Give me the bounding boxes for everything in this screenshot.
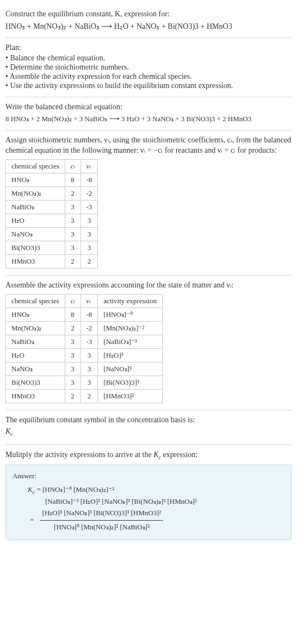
table-row: H₂O33[H₂O]³ (6, 348, 163, 362)
fraction-numerator: [H₂O]³ [NaNO₃]³ [Bi(NO3)3]³ [HMnO3]² (40, 508, 164, 521)
cell-activity: [HMnO3]² (98, 389, 163, 403)
cell-ci: 2 (65, 389, 81, 403)
balanced-section: Write the balanced chemical equation: 8 … (5, 97, 292, 130)
col-species: chemical species (6, 159, 65, 173)
table-row: Bi(NO3)333[Bi(NO3)3]³ (6, 376, 163, 389)
answer-line2: [NaBiO₃]⁻³ [H₂O]³ [NaNO₃]³ [Bi(NO₃)₃]³ [… (45, 496, 284, 508)
cell-species: HMnO3 (6, 389, 65, 403)
cell-vi: -3 (81, 335, 98, 348)
cell-species: Bi(NO3)3 (6, 376, 65, 389)
cell-ci: 2 (65, 321, 81, 335)
table-row: NaBiO₃3-3[NaBiO₃]⁻³ (6, 335, 163, 348)
stoich-table: chemical species cᵢ νᵢ HNO₃8-8 Mn(NO₃)₂2… (5, 159, 98, 268)
cell-ci: 2 (65, 254, 81, 268)
cell-species: HMnO3 (6, 254, 65, 268)
col-ci: cᵢ (65, 159, 81, 173)
cell-activity: [H₂O]³ (98, 348, 163, 362)
cell-ci: 3 (65, 335, 81, 348)
plan-section: Plan: • Balance the chemical equation. •… (5, 38, 292, 98)
kc-symbol-line1: The equilibrium constant symbol in the c… (5, 415, 292, 426)
cell-species: NaNO₃ (6, 362, 65, 376)
cell-species: NaBiO₃ (6, 335, 65, 348)
cell-vi: -3 (81, 200, 98, 214)
table-row: HNO₃8-8[HNO₃]⁻⁸ (6, 308, 163, 321)
cell-species: Mn(NO₃)₂ (6, 186, 65, 200)
cell-vi: -2 (81, 321, 98, 335)
cell-ci: 8 (65, 173, 81, 186)
activity-section: Assemble the activity expressions accoun… (5, 276, 292, 410)
intro-equation: HNO₃ + Mn(NO₃)₂ + NaBiO₃ ⟶ H₂O + NaNO₃ +… (5, 22, 292, 31)
plan-item: • Use the activity expressions to build … (5, 82, 292, 90)
multiply-line: Mulitply the activity expressions to arr… (5, 449, 292, 461)
cell-ci: 3 (65, 227, 81, 241)
cell-vi: 3 (81, 214, 98, 227)
table-row: HNO₃8-8 (6, 173, 98, 186)
answer-box: Answer: Kc = K_c = [HNO₃]⁻⁸ [Mn(NO₃)₂]⁻²… (5, 465, 292, 540)
col-vi: νᵢ (81, 159, 98, 173)
intro-line1: Construct the equilibrium constant, K, e… (5, 10, 170, 18)
cell-activity: [Mn(NO₃)₂]⁻² (98, 321, 163, 335)
cell-ci: 3 (65, 376, 81, 389)
cell-ci: 3 (65, 241, 81, 254)
table-row: Bi(NO3)333 (6, 241, 98, 254)
cell-ci: 2 (65, 186, 81, 200)
cell-vi: -8 (81, 173, 98, 186)
balanced-heading: Write the balanced chemical equation: (5, 102, 292, 112)
col-vi: νᵢ (81, 294, 98, 308)
cell-species: H₂O (6, 348, 65, 362)
answer-line1: Kc = K_c = [HNO₃]⁻⁸ [Mn(NO₃)₂]⁻²[HNO₃]⁻⁸… (28, 484, 284, 497)
intro-section: Construct the equilibrium constant, K, e… (5, 4, 292, 38)
cell-species: HNO₃ (6, 308, 65, 321)
activity-table: chemical species cᵢ νᵢ activity expressi… (5, 294, 163, 403)
cell-ci: 3 (65, 200, 81, 214)
table-row: HMnO322 (6, 254, 98, 268)
cell-species: Mn(NO₃)₂ (6, 321, 65, 335)
cell-ci: 3 (65, 362, 81, 376)
cell-activity: [NaBiO₃]⁻³ (98, 335, 163, 348)
intro-text: Construct the equilibrium constant, K, e… (5, 9, 292, 20)
table-header-row: chemical species cᵢ νᵢ (6, 159, 98, 173)
table-row: NaBiO₃3-3 (6, 200, 98, 214)
plan-item: • Balance the chemical equation. (5, 54, 292, 62)
cell-ci: 3 (65, 214, 81, 227)
cell-activity: [HNO₃]⁻⁸ (98, 308, 163, 321)
table-row: H₂O33 (6, 214, 98, 227)
cell-activity: [NaNO₃]³ (98, 362, 163, 376)
plan-item: • Determine the stoichiometric numbers. (5, 63, 292, 72)
cell-activity: [Bi(NO3)3]³ (98, 376, 163, 389)
table-header-row: chemical species cᵢ νᵢ activity expressi… (6, 294, 163, 308)
activity-intro: Assemble the activity expressions accoun… (5, 280, 292, 291)
table-row: NaNO₃33 (6, 227, 98, 241)
cell-vi: 3 (81, 227, 98, 241)
kc-symbol-value: Kc (5, 426, 292, 438)
cell-ci: 3 (65, 348, 81, 362)
cell-vi: -8 (81, 308, 98, 321)
plan-list: • Balance the chemical equation. • Deter… (5, 54, 292, 90)
cell-species: HNO₃ (6, 173, 65, 186)
plan-item: • Assemble the activity expression for e… (5, 72, 292, 81)
kc-symbol-section: The equilibrium constant symbol in the c… (5, 410, 292, 445)
plan-heading: Plan: (5, 42, 292, 53)
cell-vi: 3 (81, 362, 98, 376)
cell-vi: 2 (81, 254, 98, 268)
cell-vi: 2 (81, 389, 98, 403)
table-row: HMnO322[HMnO3]² (6, 389, 163, 403)
table-row: Mn(NO₃)₂2-2[Mn(NO₃)₂]⁻² (6, 321, 163, 335)
cell-vi: -2 (81, 186, 98, 200)
cell-species: H₂O (6, 214, 65, 227)
col-activity: activity expression (98, 294, 163, 308)
equals-sign: = (30, 515, 34, 526)
cell-species: NaBiO₃ (6, 200, 65, 214)
cell-species: NaNO₃ (6, 227, 65, 241)
col-species: chemical species (6, 294, 65, 308)
fraction-denominator: [HNO₃]⁸ [Mn(NO₃)₂]² [NaBiO₃]³ (40, 521, 164, 533)
balanced-equation: 8 HNO₃ + 2 Mn(NO₃)₂ + 3 NaBiO₃ ⟶ 3 H₂O +… (5, 115, 292, 123)
answer-fraction-line: = [H₂O]³ [NaNO₃]³ [Bi(NO3)3]³ [HMnO3]² [… (28, 508, 284, 533)
stoich-intro: Assign stoichiometric numbers, νᵢ, using… (5, 135, 292, 156)
stoich-section: Assign stoichiometric numbers, νᵢ, using… (5, 130, 292, 276)
col-ci: cᵢ (65, 294, 81, 308)
cell-ci: 8 (65, 308, 81, 321)
table-row: NaNO₃33[NaNO₃]³ (6, 362, 163, 376)
answer-label: Answer: (13, 471, 284, 482)
cell-vi: 3 (81, 376, 98, 389)
